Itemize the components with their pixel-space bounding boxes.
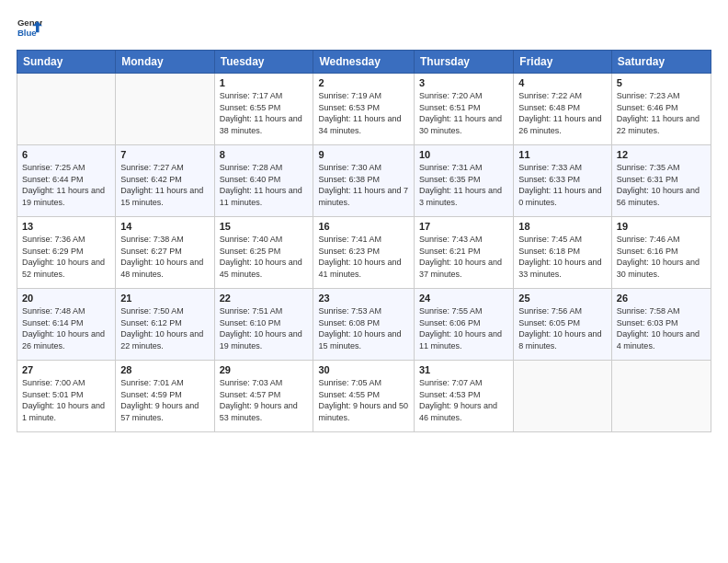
day-cell: 3Sunrise: 7:20 AMSunset: 6:51 PMDaylight…: [415, 74, 514, 145]
day-number: 27: [22, 364, 110, 375]
day-number: 15: [220, 221, 309, 232]
day-cell: 24Sunrise: 7:55 AMSunset: 6:06 PMDayligh…: [415, 289, 514, 361]
day-cell: 14Sunrise: 7:38 AMSunset: 6:27 PMDayligh…: [116, 217, 214, 289]
col-header-saturday: Saturday: [611, 51, 711, 74]
day-number: 14: [120, 221, 209, 232]
day-number: 23: [318, 293, 409, 304]
day-info: Sunrise: 7:22 AMSunset: 6:48 PMDaylight:…: [518, 90, 607, 136]
day-number: 16: [318, 221, 409, 232]
day-number: 5: [617, 77, 706, 88]
day-info: Sunrise: 7:35 AMSunset: 6:31 PMDaylight:…: [617, 162, 706, 208]
day-number: 13: [22, 221, 110, 232]
day-cell: 23Sunrise: 7:53 AMSunset: 6:08 PMDayligh…: [313, 289, 415, 361]
day-cell: 30Sunrise: 7:05 AMSunset: 4:55 PMDayligh…: [313, 361, 415, 432]
day-info: Sunrise: 7:03 AMSunset: 4:57 PMDaylight:…: [220, 377, 309, 423]
day-info: Sunrise: 7:19 AMSunset: 6:53 PMDaylight:…: [318, 90, 409, 136]
day-number: 12: [617, 149, 706, 160]
day-cell: [611, 361, 711, 432]
day-number: 2: [318, 77, 409, 88]
day-cell: 17Sunrise: 7:43 AMSunset: 6:21 PMDayligh…: [415, 217, 514, 289]
week-row-3: 13Sunrise: 7:36 AMSunset: 6:29 PMDayligh…: [17, 217, 711, 289]
day-cell: 29Sunrise: 7:03 AMSunset: 4:57 PMDayligh…: [214, 361, 313, 432]
day-info: Sunrise: 7:38 AMSunset: 6:27 PMDaylight:…: [120, 234, 209, 280]
day-number: 21: [120, 293, 209, 304]
day-cell: 13Sunrise: 7:36 AMSunset: 6:29 PMDayligh…: [17, 217, 116, 289]
week-row-4: 20Sunrise: 7:48 AMSunset: 6:14 PMDayligh…: [17, 289, 711, 361]
day-info: Sunrise: 7:53 AMSunset: 6:08 PMDaylight:…: [318, 305, 409, 351]
day-info: Sunrise: 7:48 AMSunset: 6:14 PMDaylight:…: [22, 305, 110, 351]
day-info: Sunrise: 7:01 AMSunset: 4:59 PMDaylight:…: [120, 377, 209, 423]
day-info: Sunrise: 7:07 AMSunset: 4:53 PMDaylight:…: [419, 377, 508, 423]
week-row-5: 27Sunrise: 7:00 AMSunset: 5:01 PMDayligh…: [17, 361, 711, 432]
day-info: Sunrise: 7:40 AMSunset: 6:25 PMDaylight:…: [220, 234, 309, 280]
day-number: 25: [518, 293, 607, 304]
day-info: Sunrise: 7:43 AMSunset: 6:21 PMDaylight:…: [419, 234, 508, 280]
day-cell: 9Sunrise: 7:30 AMSunset: 6:38 PMDaylight…: [313, 145, 415, 217]
day-info: Sunrise: 7:17 AMSunset: 6:55 PMDaylight:…: [220, 90, 309, 136]
day-info: Sunrise: 7:25 AMSunset: 6:44 PMDaylight:…: [22, 162, 110, 208]
day-number: 18: [518, 221, 607, 232]
day-number: 6: [22, 149, 110, 160]
logo: General Blue: [17, 15, 42, 40]
col-header-sunday: Sunday: [17, 51, 116, 74]
week-row-2: 6Sunrise: 7:25 AMSunset: 6:44 PMDaylight…: [17, 145, 711, 217]
day-number: 24: [419, 293, 508, 304]
day-number: 4: [518, 77, 607, 88]
day-cell: 1Sunrise: 7:17 AMSunset: 6:55 PMDaylight…: [214, 74, 313, 145]
day-cell: 4Sunrise: 7:22 AMSunset: 6:48 PMDaylight…: [514, 74, 612, 145]
day-cell: 7Sunrise: 7:27 AMSunset: 6:42 PMDaylight…: [116, 145, 214, 217]
day-info: Sunrise: 7:51 AMSunset: 6:10 PMDaylight:…: [220, 305, 309, 351]
day-cell: 26Sunrise: 7:58 AMSunset: 6:03 PMDayligh…: [611, 289, 711, 361]
day-info: Sunrise: 7:56 AMSunset: 6:05 PMDaylight:…: [518, 305, 607, 351]
day-cell: 2Sunrise: 7:19 AMSunset: 6:53 PMDaylight…: [313, 74, 415, 145]
day-cell: 5Sunrise: 7:23 AMSunset: 6:46 PMDaylight…: [611, 74, 711, 145]
day-info: Sunrise: 7:05 AMSunset: 4:55 PMDaylight:…: [318, 377, 409, 423]
day-number: 11: [518, 149, 607, 160]
calendar-header-row: SundayMondayTuesdayWednesdayThursdayFrid…: [17, 51, 711, 74]
day-info: Sunrise: 7:46 AMSunset: 6:16 PMDaylight:…: [617, 234, 706, 280]
calendar-page: General Blue SundayMondayTuesdayWednesda…: [0, 0, 728, 563]
logo-icon: General Blue: [17, 15, 42, 40]
day-number: 28: [120, 364, 209, 375]
calendar-table: SundayMondayTuesdayWednesdayThursdayFrid…: [17, 50, 711, 432]
day-number: 17: [419, 221, 508, 232]
day-number: 9: [318, 149, 409, 160]
day-info: Sunrise: 7:58 AMSunset: 6:03 PMDaylight:…: [617, 305, 706, 351]
day-info: Sunrise: 7:00 AMSunset: 5:01 PMDaylight:…: [22, 377, 110, 423]
day-cell: 28Sunrise: 7:01 AMSunset: 4:59 PMDayligh…: [116, 361, 214, 432]
day-info: Sunrise: 7:36 AMSunset: 6:29 PMDaylight:…: [22, 234, 110, 280]
day-info: Sunrise: 7:28 AMSunset: 6:40 PMDaylight:…: [220, 162, 309, 208]
day-cell: 10Sunrise: 7:31 AMSunset: 6:35 PMDayligh…: [415, 145, 514, 217]
day-info: Sunrise: 7:41 AMSunset: 6:23 PMDaylight:…: [318, 234, 409, 280]
day-cell: 15Sunrise: 7:40 AMSunset: 6:25 PMDayligh…: [214, 217, 313, 289]
day-number: 7: [120, 149, 209, 160]
day-cell: 31Sunrise: 7:07 AMSunset: 4:53 PMDayligh…: [415, 361, 514, 432]
day-cell: 11Sunrise: 7:33 AMSunset: 6:33 PMDayligh…: [514, 145, 612, 217]
day-number: 29: [220, 364, 309, 375]
week-row-1: 1Sunrise: 7:17 AMSunset: 6:55 PMDaylight…: [17, 74, 711, 145]
day-cell: [116, 74, 214, 145]
day-cell: [17, 74, 116, 145]
day-cell: 25Sunrise: 7:56 AMSunset: 6:05 PMDayligh…: [514, 289, 612, 361]
day-cell: 19Sunrise: 7:46 AMSunset: 6:16 PMDayligh…: [611, 217, 711, 289]
day-number: 31: [419, 364, 508, 375]
day-cell: 6Sunrise: 7:25 AMSunset: 6:44 PMDaylight…: [17, 145, 116, 217]
day-number: 26: [617, 293, 706, 304]
col-header-tuesday: Tuesday: [214, 51, 313, 74]
day-info: Sunrise: 7:27 AMSunset: 6:42 PMDaylight:…: [120, 162, 209, 208]
day-info: Sunrise: 7:20 AMSunset: 6:51 PMDaylight:…: [419, 90, 508, 136]
day-cell: 22Sunrise: 7:51 AMSunset: 6:10 PMDayligh…: [214, 289, 313, 361]
day-cell: 18Sunrise: 7:45 AMSunset: 6:18 PMDayligh…: [514, 217, 612, 289]
day-number: 8: [220, 149, 309, 160]
day-number: 20: [22, 293, 110, 304]
col-header-thursday: Thursday: [415, 51, 514, 74]
svg-text:Blue: Blue: [17, 28, 37, 38]
day-info: Sunrise: 7:23 AMSunset: 6:46 PMDaylight:…: [617, 90, 706, 136]
day-number: 3: [419, 77, 508, 88]
header: General Blue: [17, 15, 711, 40]
day-info: Sunrise: 7:30 AMSunset: 6:38 PMDaylight:…: [318, 162, 409, 208]
day-number: 1: [220, 77, 309, 88]
day-info: Sunrise: 7:33 AMSunset: 6:33 PMDaylight:…: [518, 162, 607, 208]
col-header-friday: Friday: [514, 51, 612, 74]
day-cell: 16Sunrise: 7:41 AMSunset: 6:23 PMDayligh…: [313, 217, 415, 289]
